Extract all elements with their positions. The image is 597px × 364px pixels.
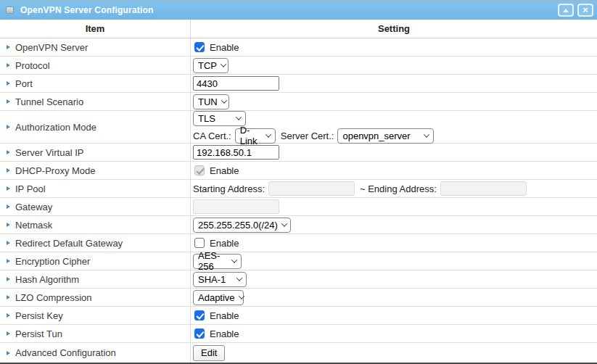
row-label: Port <box>15 78 33 89</box>
header-setting: Setting <box>191 20 597 38</box>
enable-label: Enable <box>210 42 239 53</box>
bullet-icon <box>7 351 10 355</box>
chevron-down-icon <box>231 257 237 262</box>
persist-tun-enable-checkbox[interactable] <box>194 328 205 339</box>
chevron-down-icon <box>236 275 242 281</box>
starting-address-input <box>268 181 355 196</box>
ending-address-label: ~ Ending Address: <box>360 183 437 194</box>
titlebar-buttons: × <box>558 4 593 17</box>
row-port: Port <box>0 75 597 93</box>
hash-algorithm-select-value: SHA-1 <box>198 274 226 285</box>
row-advanced-configuration: Advanced Configuration Edit <box>0 343 597 363</box>
row-hash-algorithm: Hash Algorithm SHA-1 <box>0 270 597 289</box>
row-label: Tunnel Scenario <box>15 96 83 107</box>
row-label: Persist Tun <box>15 328 62 339</box>
row-label: Advanced Configuration <box>15 347 116 358</box>
server-virtual-ip-input[interactable] <box>193 145 279 160</box>
row-label: DHCP-Proxy Mode <box>15 165 96 176</box>
port-input[interactable] <box>193 76 279 91</box>
collapse-button[interactable] <box>558 4 574 17</box>
bullet-icon <box>7 45 10 49</box>
row-label: Persist Key <box>15 310 63 321</box>
hash-algorithm-select[interactable]: SHA-1 <box>193 272 247 287</box>
enable-label: Enable <box>210 310 239 321</box>
netmask-select[interactable]: 255.255.255.0(/24) <box>193 218 291 233</box>
chevron-down-icon <box>236 114 242 120</box>
row-persist-key: Persist Key Enable <box>0 307 597 325</box>
bullet-icon <box>7 259 10 263</box>
row-label: Redirect Default Gateway <box>15 238 123 249</box>
table-header: Item Setting <box>0 20 597 38</box>
config-table: Item Setting OpenVPN Server Enable Proto… <box>0 20 597 363</box>
bullet-icon <box>7 99 10 104</box>
encryption-cipher-select-value: AES-256 <box>198 250 228 272</box>
chevron-down-icon <box>221 61 226 67</box>
chevron-down-icon <box>238 293 244 299</box>
row-protocol: Protocol TCP <box>0 57 597 75</box>
bullet-icon <box>7 81 10 86</box>
dhcp-proxy-enable-checkbox <box>194 165 205 175</box>
window-icon <box>6 7 14 14</box>
row-authorization-mode: Authorization Mode TLS CA Cert.: D-Link <box>0 111 597 144</box>
row-label: LZO Compression <box>15 292 91 303</box>
edit-button[interactable]: Edit <box>193 345 225 361</box>
persist-key-enable-checkbox[interactable] <box>194 310 205 320</box>
row-tunnel-scenario: Tunnel Scenario TUN <box>0 93 597 111</box>
gateway-input <box>193 199 279 214</box>
row-label: Protocol <box>15 60 50 71</box>
chevron-down-icon <box>221 97 226 103</box>
row-label: Hash Algorithm <box>15 274 79 285</box>
redirect-gateway-enable-checkbox[interactable] <box>194 238 205 248</box>
tunnel-scenario-select[interactable]: TUN <box>193 94 229 109</box>
row-encryption-cipher: Encryption Cipher AES-256 <box>0 252 597 270</box>
row-dhcp-proxy-mode: DHCP-Proxy Mode Enable <box>0 162 597 180</box>
row-label: OpenVPN Server <box>15 42 88 53</box>
tunnel-scenario-select-value: TUN <box>198 96 218 107</box>
row-persist-tun: Persist Tun Enable <box>0 325 597 343</box>
ca-cert-label: CA Cert.: <box>193 131 231 141</box>
row-gateway: Gateway <box>0 198 597 216</box>
lzo-compression-select[interactable]: Adaptive <box>193 290 244 305</box>
bullet-icon <box>7 277 10 281</box>
server-cert-label: Server Cert.: <box>281 131 334 141</box>
openvpn-config-window: OpenVPN Server Configuration × Item Sett… <box>0 0 597 364</box>
close-icon: × <box>582 5 588 15</box>
titlebar: OpenVPN Server Configuration × <box>0 0 597 20</box>
row-redirect-default-gateway: Redirect Default Gateway Enable <box>0 234 597 252</box>
server-cert-select[interactable]: openvpn_server <box>337 128 434 144</box>
lzo-compression-select-value: Adaptive <box>198 292 235 303</box>
close-button[interactable]: × <box>577 4 593 17</box>
enable-label: Enable <box>210 238 239 249</box>
bullet-icon <box>7 125 10 129</box>
row-netmask: Netmask 255.255.255.0(/24) <box>0 216 597 234</box>
bullet-icon <box>7 331 10 336</box>
authorization-mode-select-value: TLS <box>198 113 215 124</box>
netmask-select-value: 255.255.255.0(/24) <box>198 220 278 231</box>
header-item: Item <box>0 20 191 38</box>
row-label: Authorization Mode <box>15 122 96 133</box>
server-cert-select-value: openvpn_server <box>342 131 410 141</box>
bullet-icon <box>7 204 10 209</box>
bullet-icon <box>7 63 10 67</box>
bullet-icon <box>7 295 10 299</box>
bullet-icon <box>7 313 10 318</box>
window-title: OpenVPN Server Configuration <box>20 5 558 15</box>
enable-label: Enable <box>210 165 239 176</box>
chevron-down-icon <box>424 131 429 137</box>
ca-cert-select[interactable]: D-Link <box>235 128 276 144</box>
authorization-mode-select[interactable]: TLS <box>193 111 246 126</box>
chevron-down-icon <box>281 220 287 226</box>
chevron-down-icon <box>265 131 271 137</box>
row-openvpn-server: OpenVPN Server Enable <box>0 38 597 57</box>
collapse-icon <box>563 9 569 12</box>
protocol-select-value: TCP <box>198 60 217 71</box>
bullet-icon <box>7 241 10 245</box>
bullet-icon <box>7 186 10 191</box>
openvpn-server-enable-checkbox[interactable] <box>194 42 205 52</box>
row-label: Gateway <box>15 202 52 212</box>
row-label: Encryption Cipher <box>15 256 90 267</box>
encryption-cipher-select[interactable]: AES-256 <box>193 254 242 269</box>
protocol-select[interactable]: TCP <box>193 58 228 73</box>
bullet-icon <box>7 150 10 154</box>
enable-label: Enable <box>210 328 239 339</box>
